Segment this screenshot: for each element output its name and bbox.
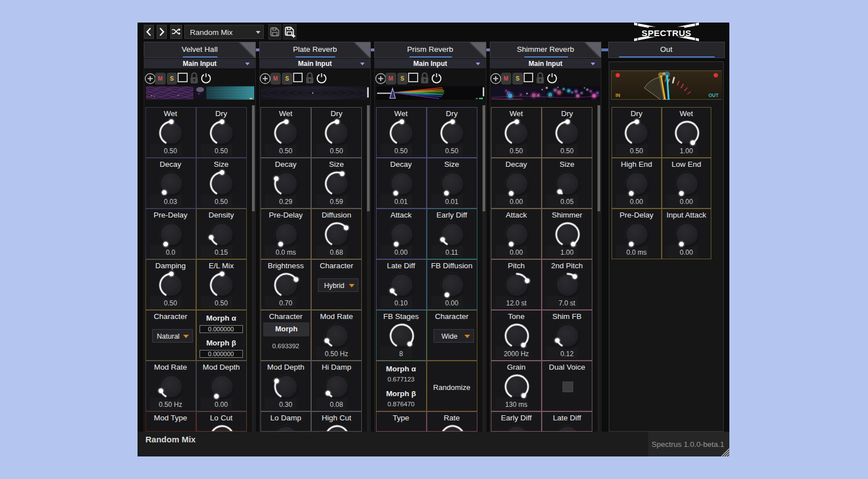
svg-text:IN: IN [615,92,621,97]
svg-text:OUT: OUT [708,92,719,97]
